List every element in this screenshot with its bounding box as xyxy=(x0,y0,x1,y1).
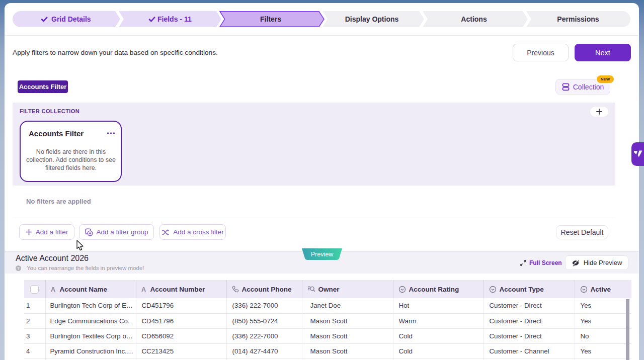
svg-text:Actions: Actions xyxy=(461,15,487,23)
svg-text:A: A xyxy=(51,286,55,292)
svg-text:Grid Details: Grid Details xyxy=(51,15,91,23)
svg-text:A: A xyxy=(141,286,146,292)
svg-text:Fields - 11: Fields - 11 xyxy=(157,15,192,23)
svg-text:Filters: Filters xyxy=(260,15,281,23)
svg-text:Permissions: Permissions xyxy=(557,15,599,23)
svg-text:Display Options: Display Options xyxy=(345,15,399,23)
